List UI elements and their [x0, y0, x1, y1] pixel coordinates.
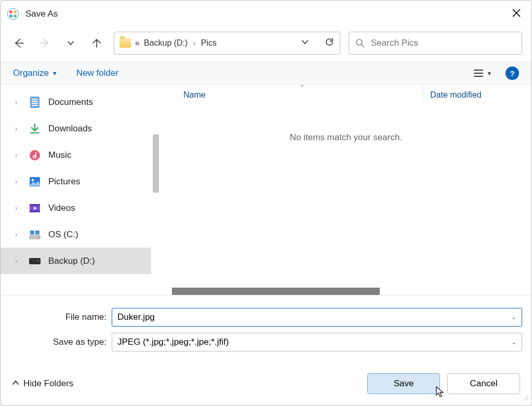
sidebar-item-documents[interactable]: › Documents	[1, 89, 151, 115]
chevron-down-icon[interactable]: ⌄	[511, 314, 516, 321]
svg-point-20	[525, 399, 526, 400]
chevron-right-icon: ›	[15, 204, 21, 212]
chevron-right-icon: ›	[15, 98, 21, 106]
toolbar: Organize ▼ New folder ▼ ?	[1, 62, 531, 85]
hide-folders-toggle[interactable]: Hide Folders	[12, 378, 73, 389]
refresh-button[interactable]	[324, 37, 335, 49]
chevron-right-icon: ›	[15, 257, 21, 265]
sidebar-item-label: Documents	[48, 97, 93, 107]
up-button[interactable]	[88, 34, 105, 52]
breadcrumb-current[interactable]: Pics	[201, 38, 217, 48]
drive-icon	[29, 255, 41, 267]
sidebar-item-drive-d[interactable]: › Backup (D:)	[1, 248, 151, 274]
svg-point-2	[14, 10, 17, 13]
sidebar-item-pictures[interactable]: › Pictures	[1, 168, 151, 195]
svg-point-8	[32, 179, 34, 181]
drive-icon	[29, 228, 41, 241]
save-as-dialog: Save As « Backup (D:) › Pics	[0, 0, 532, 406]
form-area: File name: Duker.jpg ⌄ Save as type: JPE…	[1, 295, 531, 363]
dialog-footer: Hide Folders Save Cancel	[1, 363, 531, 405]
file-list-pane: ⌃ Name Date modified No items match your…	[161, 85, 531, 295]
navigation-row: « Backup (D:) › Pics	[1, 28, 531, 62]
new-folder-button[interactable]: New folder	[76, 68, 118, 78]
svg-point-5	[356, 39, 362, 45]
horizontal-scrollbar[interactable]	[172, 288, 380, 295]
svg-point-18	[527, 397, 528, 398]
chevron-right-icon: ›	[15, 178, 21, 185]
title-bar: Save As	[1, 1, 531, 28]
empty-message: No items match your search.	[161, 132, 531, 143]
back-button[interactable]	[10, 34, 28, 52]
sidebar-item-label: Videos	[48, 203, 75, 213]
svg-point-19	[523, 399, 524, 400]
filetype-label: Save as type:	[10, 337, 112, 347]
close-button[interactable]	[512, 8, 521, 20]
breadcrumb-separator: ›	[193, 38, 195, 48]
chevron-right-icon: ›	[15, 125, 21, 132]
chevron-right-icon: ›	[15, 231, 21, 238]
organize-menu[interactable]: Organize ▼	[13, 68, 58, 78]
column-header-name[interactable]: Name	[183, 90, 422, 100]
address-dropdown-icon[interactable]	[301, 38, 309, 48]
svg-point-0	[7, 8, 19, 20]
svg-rect-13	[35, 231, 39, 235]
help-button[interactable]: ?	[506, 66, 519, 80]
recent-locations-button[interactable]	[62, 34, 79, 52]
view-options-button[interactable]: ▼	[473, 69, 492, 78]
navigation-sidebar: › Documents › Downloads › Music ›	[1, 85, 151, 295]
paint-app-icon	[7, 8, 19, 20]
sidebar-item-videos[interactable]: › Videos	[1, 195, 151, 221]
chevron-down-icon: ▼	[52, 70, 58, 76]
chevron-down-icon: ▼	[487, 71, 492, 76]
sidebar-item-label: Pictures	[48, 177, 80, 187]
filetype-select[interactable]: JPEG (*.jpg;*.jpeg;*.jpe;*.jfif) ⌄	[112, 333, 522, 351]
svg-point-3	[9, 15, 12, 18]
svg-point-4	[14, 15, 17, 18]
svg-point-17	[525, 397, 526, 398]
sidebar-scrollbar[interactable]	[151, 85, 161, 295]
sidebar-item-label: OS (C:)	[48, 229, 78, 240]
chevron-right-icon: ›	[15, 151, 21, 159]
videos-icon	[29, 202, 41, 214]
sidebar-item-label: Music	[48, 150, 71, 160]
column-headers: Name Date modified	[161, 85, 531, 105]
filename-input[interactable]: Duker.jpg ⌄	[112, 308, 522, 327]
sidebar-item-music[interactable]: › Music	[1, 142, 151, 168]
chevron-down-icon[interactable]: ⌄	[511, 339, 516, 346]
svg-rect-10	[30, 204, 40, 206]
sidebar-item-label: Downloads	[48, 124, 92, 134]
svg-rect-11	[30, 211, 40, 212]
column-header-date[interactable]: Date modified	[422, 85, 521, 105]
sidebar-item-label: Backup (D:)	[48, 256, 95, 266]
search-icon	[355, 38, 365, 48]
save-button[interactable]: Save	[367, 373, 440, 394]
scrollbar-thumb[interactable]	[153, 134, 159, 193]
pictures-icon	[29, 175, 41, 188]
search-input[interactable]	[371, 38, 515, 48]
forward-button[interactable]	[36, 34, 54, 52]
content-area: › Documents › Downloads › Music ›	[1, 85, 531, 295]
downloads-icon	[29, 123, 41, 135]
resize-grip-icon[interactable]	[522, 394, 529, 403]
sidebar-item-downloads[interactable]: › Downloads	[1, 115, 151, 142]
svg-rect-12	[30, 231, 34, 235]
folder-icon	[119, 38, 131, 48]
cursor-icon	[435, 386, 446, 401]
filename-label: File name:	[10, 312, 112, 322]
dialog-title: Save As	[25, 9, 512, 19]
svg-point-15	[38, 236, 39, 237]
cancel-button[interactable]: Cancel	[447, 373, 520, 394]
svg-point-1	[9, 10, 12, 13]
address-bar[interactable]: « Backup (D:) › Pics	[114, 32, 340, 55]
svg-point-16	[527, 395, 528, 396]
sidebar-item-drive-c[interactable]: › OS (C:)	[1, 221, 151, 248]
search-box[interactable]	[349, 32, 522, 55]
chevron-up-icon	[12, 378, 19, 389]
music-icon	[29, 149, 41, 161]
breadcrumb-prefix: «	[135, 38, 140, 48]
svg-point-21	[527, 399, 528, 400]
documents-icon	[29, 96, 41, 109]
breadcrumb-parent[interactable]: Backup (D:)	[144, 38, 188, 48]
